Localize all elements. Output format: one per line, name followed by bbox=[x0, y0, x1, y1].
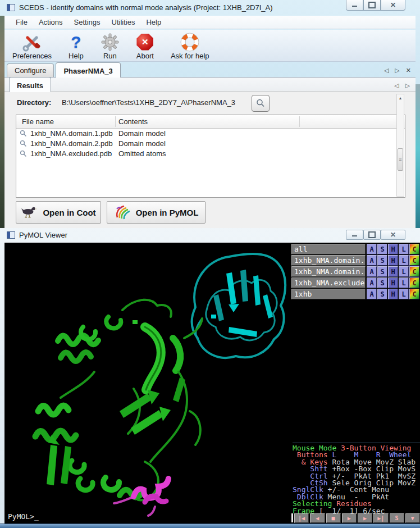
label-button[interactable]: L bbox=[399, 277, 409, 288]
show-button[interactable]: S bbox=[377, 277, 387, 288]
hide-button[interactable]: H bbox=[388, 266, 398, 277]
action-button[interactable]: A bbox=[367, 255, 377, 266]
table-row[interactable]: 1xhb_NMA.domain.2.pdb Domain model bbox=[16, 139, 405, 149]
close-button[interactable]: ✕ bbox=[381, 0, 405, 11]
maximize-icon bbox=[368, 2, 376, 8]
menu-settings[interactable]: Settings bbox=[69, 17, 106, 28]
play-button[interactable]: ▶ bbox=[342, 513, 357, 523]
minimize-icon bbox=[352, 4, 357, 7]
go-to-end-button[interactable]: ▶| bbox=[373, 513, 388, 523]
step-back-button[interactable]: ◀ bbox=[310, 513, 325, 523]
abort-button[interactable]: ✕ Abort bbox=[136, 32, 154, 60]
ask-for-help-button[interactable]: Ask for help bbox=[171, 32, 209, 60]
tab-close-icon[interactable]: ✕ bbox=[406, 67, 411, 74]
menu-actions[interactable]: Actions bbox=[33, 17, 69, 28]
color-button[interactable]: C bbox=[409, 289, 419, 299]
column-divider bbox=[115, 116, 116, 127]
tab-bar: Configure PhaserNMA_3 ◁ ▷ ✕ bbox=[4, 62, 416, 78]
hide-button[interactable]: H bbox=[388, 255, 398, 266]
object-name[interactable]: all bbox=[291, 244, 366, 254]
tab-phasernma3[interactable]: PhaserNMA_3 bbox=[56, 62, 120, 78]
close-button[interactable]: ✕ bbox=[381, 230, 405, 240]
pymol-command-prompt[interactable]: PyMOL>_ bbox=[8, 512, 39, 521]
step-forward-button[interactable]: ▶ bbox=[358, 513, 372, 523]
sceds-titlebar[interactable]: SCEDS - identify domains with normal mod… bbox=[0, 0, 420, 16]
subtab-scroll-right-icon[interactable]: ▷ bbox=[405, 82, 410, 89]
tab-scroll-right-icon[interactable]: ▷ bbox=[395, 67, 399, 74]
object-name[interactable]: 1xhb_NMA.domain. bbox=[291, 266, 366, 277]
minimize-button[interactable] bbox=[346, 0, 363, 11]
toolbar-label: Abort bbox=[136, 52, 154, 60]
label-button[interactable]: L bbox=[399, 289, 409, 299]
color-button[interactable]: C bbox=[409, 266, 419, 277]
help-button[interactable]: ? Help bbox=[69, 32, 84, 60]
action-button[interactable]: A bbox=[367, 244, 377, 254]
action-button[interactable]: A bbox=[367, 266, 377, 277]
object-name[interactable]: 1xhb_NMA.exclude bbox=[291, 277, 366, 288]
object-row: 1xhb_NMA.exclude A S H L C bbox=[291, 277, 420, 288]
table-row[interactable]: 1xhb_NMA.domain.1.pdb Domain model bbox=[16, 129, 405, 139]
tab-configure[interactable]: Configure bbox=[7, 63, 54, 77]
protein-structure-viewport[interactable] bbox=[4, 243, 291, 524]
hide-button[interactable]: H bbox=[388, 289, 398, 299]
maximize-icon bbox=[368, 231, 376, 238]
gear-icon bbox=[101, 32, 120, 52]
object-name[interactable]: 1xhb_NMA.domain. bbox=[291, 255, 366, 266]
run-button[interactable]: Run bbox=[101, 32, 120, 60]
open-in-coot-button[interactable]: Open in Coot bbox=[16, 201, 101, 224]
column-file-name[interactable]: File name bbox=[22, 117, 54, 126]
mouse-mode-panel: Mouse Mode 3-Button Viewing Buttons L M … bbox=[293, 443, 420, 515]
table-row[interactable]: 1xhb_NMA.excluded.pdb Omitted atoms bbox=[16, 149, 405, 159]
browse-directory-button[interactable] bbox=[252, 95, 270, 112]
file-contents: Domain model bbox=[118, 129, 166, 138]
tab-results[interactable]: Results bbox=[9, 77, 51, 92]
show-button[interactable]: S bbox=[377, 255, 387, 266]
tab-scroll-left-icon[interactable]: ◁ bbox=[384, 67, 389, 74]
crossed-tools-icon bbox=[22, 32, 42, 52]
scroll-up-icon[interactable]: ▲ bbox=[397, 94, 404, 101]
hide-button[interactable]: H bbox=[388, 277, 398, 288]
column-divider bbox=[299, 116, 300, 127]
menu-file[interactable]: File bbox=[10, 17, 33, 28]
show-button[interactable]: S bbox=[377, 244, 387, 254]
open-in-pymol-button[interactable]: Open in PyMOL bbox=[107, 201, 206, 224]
label-button[interactable]: L bbox=[399, 266, 409, 277]
minimize-button[interactable] bbox=[346, 230, 363, 240]
file-name: 1xhb_NMA.excluded.pdb bbox=[30, 149, 112, 158]
pymol-titlebar[interactable]: PyMOL Viewer ✕ bbox=[0, 228, 420, 244]
label-button[interactable]: L bbox=[399, 255, 409, 266]
menu-utilities[interactable]: Utilities bbox=[106, 17, 141, 28]
window-title: SCEDS - identify domains with normal mod… bbox=[19, 3, 273, 12]
panel-menu-button[interactable]: ▼ bbox=[405, 513, 420, 523]
color-button[interactable]: C bbox=[409, 277, 419, 288]
scroll-thumb[interactable]: ≡ bbox=[398, 148, 403, 171]
object-row: 1xhb_NMA.domain. A S H L C bbox=[291, 266, 420, 277]
toolbar-label: Run bbox=[103, 52, 117, 60]
subtab-scroll-left-icon[interactable]: ◁ bbox=[394, 82, 399, 89]
coot-bird-icon bbox=[21, 205, 38, 220]
object-row: 1xhb A S H L C bbox=[291, 289, 420, 299]
maximize-button[interactable] bbox=[363, 230, 381, 240]
go-to-start-button[interactable]: |◀ bbox=[294, 513, 309, 523]
screen: SCEDS - identify domains with normal mod… bbox=[0, 0, 420, 528]
hide-button[interactable]: H bbox=[388, 244, 398, 254]
object-name[interactable]: 1xhb bbox=[291, 289, 366, 299]
scrollbar[interactable]: ▲ ≡ bbox=[396, 94, 404, 197]
panel-grip[interactable] bbox=[291, 513, 293, 522]
show-button[interactable]: S bbox=[377, 289, 387, 299]
close-icon: ✕ bbox=[390, 1, 396, 9]
button-label: Open in Coot bbox=[43, 208, 95, 217]
preferences-button[interactable]: Preferences bbox=[12, 32, 52, 60]
color-button[interactable]: C bbox=[409, 244, 419, 254]
stop-button[interactable]: ■ bbox=[326, 513, 341, 523]
label-button[interactable]: L bbox=[399, 244, 409, 254]
show-button[interactable]: S bbox=[377, 266, 387, 277]
window-border-left bbox=[0, 16, 4, 228]
maximize-button[interactable] bbox=[363, 0, 381, 11]
menu-help[interactable]: Help bbox=[140, 17, 167, 28]
action-button[interactable]: A bbox=[367, 289, 377, 299]
scene-button[interactable]: S bbox=[390, 513, 404, 523]
action-button[interactable]: A bbox=[367, 277, 377, 288]
color-button[interactable]: C bbox=[409, 255, 419, 266]
column-contents[interactable]: Contents bbox=[118, 117, 148, 126]
